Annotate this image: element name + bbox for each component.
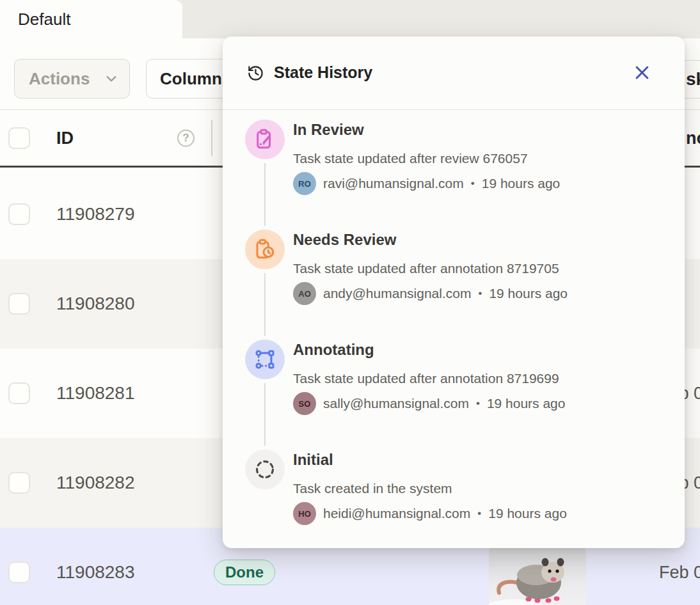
entry-time: 19 hours ago bbox=[489, 286, 568, 301]
row-checkbox[interactable] bbox=[8, 293, 30, 315]
partially-hidden-toolbar-button[interactable]: sk bbox=[685, 60, 700, 98]
cell-id: 11908279 bbox=[56, 204, 135, 224]
entry-state: Annotating bbox=[293, 341, 374, 359]
entry-state: Needs Review bbox=[293, 231, 396, 249]
avatar: RO bbox=[293, 172, 316, 195]
entry-state: Initial bbox=[293, 451, 333, 469]
meta-separator: • bbox=[471, 177, 475, 190]
entry-description: Task created in the system bbox=[293, 481, 452, 496]
user-email: ravi@humansignal.com bbox=[323, 176, 464, 191]
cell-id: 11908282 bbox=[56, 473, 135, 493]
clipboard-edit-icon bbox=[245, 120, 285, 159]
timeline-entry: In Review Task state updated after revie… bbox=[223, 120, 685, 216]
actions-button[interactable]: Actions bbox=[14, 59, 130, 98]
chevron-down-icon bbox=[106, 75, 116, 82]
cell-id: 11908280 bbox=[56, 294, 135, 314]
opossum-image bbox=[489, 546, 586, 605]
columns-button-label: Columns bbox=[160, 69, 231, 89]
row-checkbox[interactable] bbox=[8, 562, 30, 583]
entry-description: Task state updated after annotation 8719… bbox=[293, 371, 559, 386]
task-thumbnail[interactable] bbox=[489, 546, 586, 605]
help-icon[interactable]: ? bbox=[177, 129, 195, 146]
timeline-entry: Initial Task created in the system HO he… bbox=[223, 450, 685, 546]
column-header-id: ID bbox=[56, 128, 74, 148]
status-badge-label: Done bbox=[225, 563, 264, 581]
row-checkbox[interactable] bbox=[8, 203, 30, 225]
entry-meta: AO andy@humansignal.com • 19 hours ago bbox=[293, 282, 568, 305]
state-history-dialog: State History In Review Task state u bbox=[223, 36, 685, 548]
avatar: HO bbox=[293, 502, 316, 525]
select-all-checkbox[interactable] bbox=[8, 127, 30, 149]
status-badge-done: Done bbox=[214, 560, 275, 585]
tab-default[interactable]: Default bbox=[0, 0, 182, 38]
avatar-initials: SO bbox=[299, 399, 311, 409]
entry-meta: HO heidi@humansignal.com • 19 hours ago bbox=[293, 502, 567, 525]
row-checkbox[interactable] bbox=[8, 382, 30, 404]
cell-date: Feb 0 bbox=[659, 563, 700, 583]
user-email: andy@humansignal.com bbox=[323, 286, 471, 301]
timeline-entry: Needs Review Task state updated after an… bbox=[223, 230, 685, 326]
toolbar-button-fragment: sk bbox=[686, 69, 700, 90]
dialog-title: State History bbox=[274, 63, 372, 82]
data-manager-screen: Default Actions Columns sk ID ? no 11908… bbox=[0, 0, 700, 605]
entry-time: 19 hours ago bbox=[488, 506, 567, 521]
cell-id: 11908281 bbox=[56, 383, 135, 404]
close-icon bbox=[633, 64, 651, 81]
column-divider[interactable] bbox=[211, 120, 212, 156]
entry-time: 19 hours ago bbox=[482, 176, 561, 191]
entry-meta: SO sally@humansignal.com • 19 hours ago bbox=[293, 392, 565, 415]
entry-state: In Review bbox=[293, 121, 364, 139]
dialog-divider bbox=[223, 109, 685, 110]
user-email: heidi@humansignal.com bbox=[323, 506, 470, 521]
meta-separator: • bbox=[476, 397, 480, 410]
meta-separator: • bbox=[477, 507, 481, 520]
column-header-fragment: no bbox=[686, 128, 700, 148]
entry-description: Task state updated after annotation 8719… bbox=[293, 261, 559, 276]
entry-time: 19 hours ago bbox=[487, 396, 566, 411]
avatar-initials: HO bbox=[298, 509, 311, 519]
bounding-box-icon bbox=[245, 340, 285, 379]
entry-description: Task state updated after review 676057 bbox=[293, 151, 528, 166]
tab-default-label: Default bbox=[18, 10, 70, 29]
meta-separator: • bbox=[478, 287, 482, 300]
avatar-initials: RO bbox=[298, 179, 311, 189]
timeline-entry: Annotating Task state updated after anno… bbox=[223, 340, 685, 436]
close-button[interactable] bbox=[630, 60, 654, 84]
avatar-initials: AO bbox=[298, 289, 311, 299]
history-icon bbox=[247, 65, 264, 82]
clipboard-clock-icon bbox=[245, 230, 285, 269]
actions-button-label: Actions bbox=[29, 69, 90, 89]
cell-id: 11908283 bbox=[56, 562, 135, 583]
dashed-circle-icon bbox=[245, 450, 285, 489]
avatar: AO bbox=[293, 282, 316, 305]
row-checkbox[interactable] bbox=[8, 472, 30, 494]
entry-meta: RO ravi@humansignal.com • 19 hours ago bbox=[293, 172, 560, 195]
user-email: sally@humansignal.com bbox=[323, 396, 469, 411]
avatar: SO bbox=[293, 392, 316, 415]
